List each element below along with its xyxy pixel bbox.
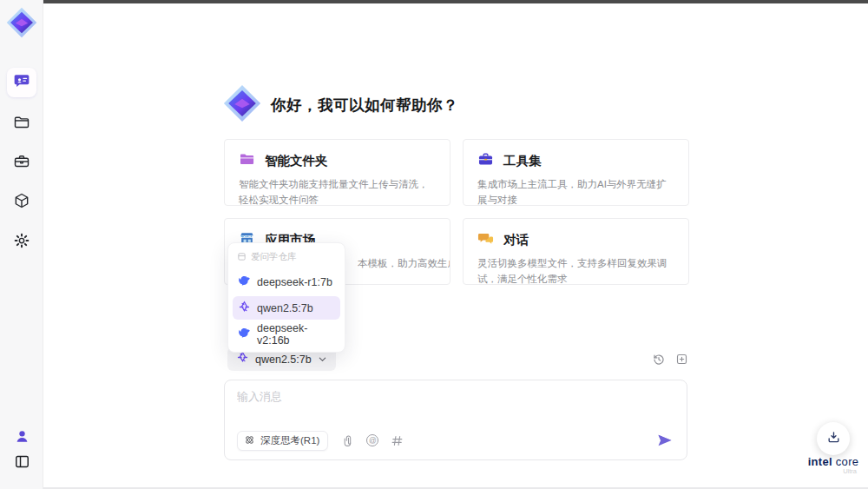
deepseek-icon xyxy=(238,274,251,290)
app-logo-icon xyxy=(223,84,261,126)
download-icon xyxy=(826,430,841,448)
card-title: 工具集 xyxy=(503,153,542,169)
sidebar-item-panel[interactable] xyxy=(7,448,36,478)
deepseek-icon xyxy=(238,327,251,342)
send-icon[interactable] xyxy=(655,431,674,450)
history-icon[interactable] xyxy=(651,352,666,367)
qwen-icon xyxy=(238,301,251,316)
cube-icon xyxy=(13,192,30,213)
intel-core-logo: intel core xyxy=(801,455,865,468)
card-smart-folder[interactable]: 智能文件夹 智能文件夹功能支持批量文件上传与清洗，轻松实现文件问答 xyxy=(224,139,450,206)
card-description: 集成市场上主流工具，助力AI与外界无缝扩展与对接 xyxy=(477,177,674,206)
sidebar xyxy=(0,0,43,489)
sidebar-item-settings[interactable] xyxy=(7,228,36,257)
app-logo-icon xyxy=(6,7,37,38)
sidebar-item-models[interactable] xyxy=(7,188,36,217)
toolset-icon xyxy=(477,151,494,171)
repo-icon xyxy=(237,252,247,263)
new-chat-icon[interactable] xyxy=(674,352,689,367)
deep-think-label: 深度思考(R1) xyxy=(260,434,319,447)
user-icon xyxy=(14,428,30,448)
model-selector-value: qwen2.5:7b xyxy=(255,354,312,366)
model-option-label: deepseek-r1:7b xyxy=(257,276,332,288)
sidebar-item-folders[interactable] xyxy=(7,109,36,139)
download-fab[interactable] xyxy=(817,422,850,455)
model-dropdown-header: 爱问学仓库 xyxy=(233,249,340,268)
deep-think-button[interactable]: 深度思考(R1) xyxy=(237,431,328,451)
model-option-label: qwen2.5:7b xyxy=(257,302,313,314)
message-input[interactable] xyxy=(237,389,654,426)
gear-icon xyxy=(13,232,30,253)
model-dropdown: 爱问学仓库 deepseek-r1:7b qwen2.5:7b deepseek… xyxy=(227,242,345,353)
card-description: 灵活切换多模型文件，支持多样回复效果调试，满足个性化需求 xyxy=(477,256,674,285)
model-option-qwen[interactable]: qwen2.5:7b xyxy=(233,296,340,320)
chevron-down-icon xyxy=(318,352,327,367)
dialog-icon xyxy=(477,230,494,250)
atom-icon xyxy=(244,434,255,447)
intel-core-badge: intel core Ultra xyxy=(801,455,865,475)
sidebar-item-toolbox[interactable] xyxy=(7,149,36,178)
card-title: 智能文件夹 xyxy=(265,153,328,169)
smart-folder-icon xyxy=(239,151,255,171)
conversation-actions xyxy=(651,352,689,367)
folder-icon xyxy=(13,114,30,135)
qwen-icon xyxy=(236,351,249,367)
chat-icon xyxy=(13,72,30,93)
intel-ultra-label: Ultra xyxy=(801,467,865,475)
model-option-label: deepseek-v2:16b xyxy=(257,322,335,347)
card-dialog[interactable]: 对话 灵活切换多模型文件，支持多样回复效果调试，满足个性化需求 xyxy=(463,218,689,285)
card-description: 智能文件夹功能支持批量文件上传与清洗，轻松实现文件问答 xyxy=(239,177,436,206)
card-toolset[interactable]: 工具集 集成市场上主流工具，助力AI与外界无缝扩展与对接 xyxy=(463,139,689,206)
message-composer: 深度思考(R1) @ xyxy=(224,380,687,460)
hero: 你好，我可以如何帮助你？ xyxy=(223,84,458,126)
composer-icons: @ xyxy=(341,433,404,447)
paperclip-icon[interactable] xyxy=(341,433,355,447)
composer-toolbar: 深度思考(R1) @ xyxy=(237,430,674,451)
toolbox-icon xyxy=(13,153,30,174)
app-window: { "colors": { "accent": "#5f4bd8", "sele… xyxy=(0,0,868,489)
model-option-deepseek-r1[interactable]: deepseek-r1:7b xyxy=(233,270,340,294)
window-top-strip xyxy=(43,0,868,3)
mention-icon[interactable]: @ xyxy=(365,433,379,447)
sidebar-item-chat[interactable] xyxy=(7,68,36,97)
model-option-deepseek-v2[interactable]: deepseek-v2:16b xyxy=(233,322,340,346)
card-title: 对话 xyxy=(503,232,529,248)
hash-icon[interactable] xyxy=(390,433,404,447)
panel-icon xyxy=(14,453,30,473)
greeting-title: 你好，我可以如何帮助你？ xyxy=(271,95,458,116)
repo-label: 爱问学仓库 xyxy=(251,251,297,263)
